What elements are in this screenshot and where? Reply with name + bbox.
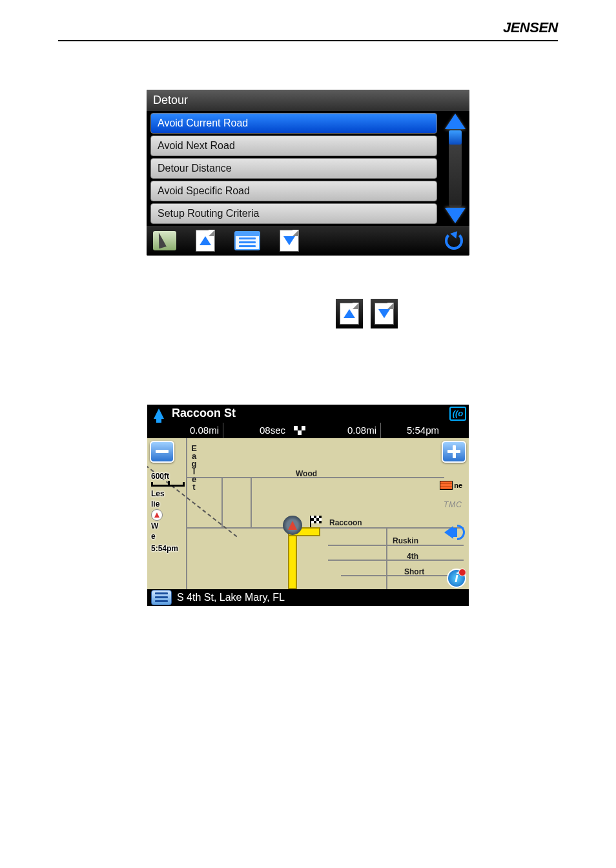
gps-signal-icon[interactable]: ((o: [449, 407, 466, 421]
solar-indicator: ne: [440, 481, 462, 490]
page-up-button[interactable]: [196, 230, 215, 252]
scrollbar-thumb[interactable]: [449, 130, 462, 145]
menu-item-setup-routing[interactable]: Setup Routing Criteria: [150, 203, 437, 224]
scrollbar-track[interactable]: [449, 130, 462, 207]
map-scale: 600ft: [151, 472, 185, 487]
section-heading-detour: Detour: [58, 53, 558, 66]
scroll-up-icon[interactable]: [445, 114, 466, 129]
time-to-turn: 08sec: [223, 423, 289, 438]
menu-item-avoid-current[interactable]: Avoid Current Road: [150, 113, 437, 134]
avoid-next-body: Highlight "Avoid Next Road" and then tap…: [58, 360, 558, 399]
destination-flag-icon: [289, 423, 310, 438]
main-menu-button[interactable]: [151, 590, 172, 605]
triangle-up-icon: [200, 236, 211, 245]
distance-to-turn: 0.08mi: [147, 423, 223, 438]
street-label-eaglet: Eaglet: [189, 443, 199, 490]
compass-icon: [151, 509, 163, 521]
detour-menu-title: Detour: [147, 90, 469, 111]
street-label-raccoon: Raccoon: [329, 518, 362, 527]
map-button-icon[interactable]: [153, 231, 176, 250]
page-header: VX7020 JENSEN: [58, 19, 558, 41]
avoid-current-body: Highlight "Avoid Current Road" using the…: [58, 305, 558, 332]
vehicle-cursor-icon: [283, 516, 302, 535]
list-view-button[interactable]: [234, 231, 260, 250]
zoom-out-button[interactable]: [150, 441, 174, 463]
map-preview-screenshot: Raccoon St ((o 0.08mi 08sec 0.08mi 5:54p…: [147, 405, 469, 606]
refresh-button-icon[interactable]: [445, 232, 463, 250]
menu-item-avoid-next[interactable]: Avoid Next Road: [150, 136, 437, 156]
detour-menu-screenshot: Detour Avoid Current Road Avoid Next Roa…: [147, 90, 469, 256]
model-title: VX7020: [58, 21, 99, 35]
detour-method-lead: You can choose any of the following meth…: [58, 268, 558, 279]
map-canvas[interactable]: Eaglet Wood Raccoon Ruskin 4th Short 600…: [147, 438, 469, 589]
speaker-icon[interactable]: [444, 523, 465, 541]
current-location-label: S 4th St, Lake Mary, FL: [177, 592, 285, 603]
menu-item-avoid-specific[interactable]: Avoid Specific Road: [150, 181, 437, 201]
street-label-ruskin: Ruskin: [393, 536, 418, 545]
next-road-label: Raccoon St: [172, 407, 446, 420]
avoid-next-heading: Avoiding the Next Road: [58, 343, 558, 355]
inline-page-up-icon: [340, 303, 359, 325]
zoom-in-button[interactable]: [442, 441, 466, 463]
scroll-down-icon[interactable]: [445, 208, 466, 223]
street-label-4th: 4th: [407, 552, 418, 561]
brand-logo: JENSEN: [503, 19, 558, 36]
triangle-down-icon: [283, 236, 295, 245]
turn-arrow-icon[interactable]: [150, 405, 168, 422]
street-label-wood: Wood: [296, 469, 317, 478]
tmc-label: TMC: [444, 500, 462, 509]
page-number: 39: [58, 625, 558, 636]
detour-intro-text: The Detour function displays a list of o…: [58, 72, 558, 85]
menu-item-detour-distance[interactable]: Detour Distance: [150, 158, 437, 179]
info-button-icon[interactable]: i: [447, 569, 466, 588]
avoid-current-heading: Avoiding the Current Road: [58, 288, 558, 300]
page-down-button[interactable]: [280, 230, 299, 252]
street-label-short: Short: [404, 567, 424, 576]
eta-time: 5:54pm: [381, 423, 443, 438]
inline-page-down-icon: [375, 303, 394, 325]
destination-flag: [310, 516, 311, 527]
trip-distance: 0.08mi: [310, 423, 381, 438]
left-info-stack: Les lie W e 5:54pm: [151, 489, 178, 554]
